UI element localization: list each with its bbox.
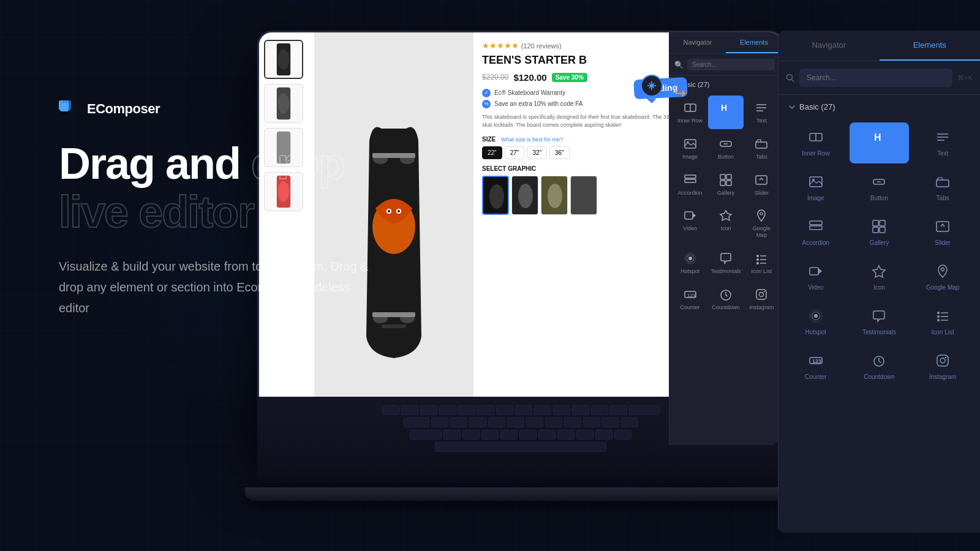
graphic-4[interactable]	[570, 176, 597, 215]
svg-marker-49	[720, 211, 731, 220]
element-heading[interactable]: H	[708, 96, 744, 129]
logo-icon	[59, 98, 81, 120]
element-testimonials[interactable]: Testimonials	[708, 246, 744, 280]
element-icon[interactable]: Icon	[708, 203, 744, 244]
element-instagram-label: Instagram	[749, 304, 774, 311]
rp-icon-list-icon	[934, 307, 951, 324]
element-icon-list[interactable]: Icon List	[746, 246, 777, 280]
graphic-3[interactable]	[541, 176, 568, 215]
panel-search-input[interactable]	[799, 69, 952, 87]
element-countdown[interactable]: Countdown	[708, 282, 744, 316]
rp-element-heading[interactable]: H	[850, 122, 910, 163]
svg-marker-88	[873, 266, 885, 277]
element-gallery[interactable]: Gallery	[708, 168, 744, 201]
rp-element-image[interactable]: Image	[786, 167, 846, 208]
rp-element-accordion[interactable]: Accordion	[786, 212, 846, 253]
rp-testimonials-icon	[870, 307, 888, 324]
svg-rect-45	[726, 181, 731, 186]
chevron-down-icon	[788, 103, 796, 111]
svg-point-64	[760, 292, 764, 296]
size-36[interactable]: 36"	[549, 146, 570, 159]
rp-element-icon[interactable]: Icon	[850, 257, 910, 298]
headline-line1-solid: Drag and	[59, 139, 240, 188]
rp-gallery-label: Gallery	[870, 239, 889, 247]
rp-button-label: Button	[870, 194, 888, 202]
svg-rect-80	[810, 226, 822, 230]
rp-element-text[interactable]: Text	[913, 122, 973, 163]
element-button-label: Button	[718, 154, 734, 160]
svg-rect-21	[382, 324, 406, 328]
save-badge: Save 30%	[552, 73, 587, 82]
size-22[interactable]: 22"	[482, 146, 502, 159]
rp-element-countdown[interactable]: Countdown	[850, 346, 910, 387]
rp-element-hotspot[interactable]: Hotspot	[786, 301, 846, 342]
rp-element-slider[interactable]: Slider	[913, 212, 973, 253]
element-counter[interactable]: 123 Counter	[674, 282, 706, 316]
size-32[interactable]: 32"	[527, 146, 547, 159]
elements-tab[interactable]: Elements	[726, 32, 782, 53]
rp-element-inner-row[interactable]: Inner Row	[786, 122, 846, 163]
svg-point-104	[945, 357, 946, 358]
element-icon-label: Icon	[720, 225, 731, 232]
svg-point-27	[548, 184, 562, 208]
rp-element-testimonials[interactable]: Testimonials	[850, 301, 910, 342]
rp-video-label: Video	[808, 283, 823, 291]
svg-rect-84	[880, 227, 885, 233]
svg-point-89	[941, 268, 944, 271]
left-content: EComposer Drag and drop live editor Visu…	[59, 98, 377, 318]
rp-countdown-label: Countdown	[864, 373, 895, 381]
element-accordion[interactable]: Accordion	[674, 168, 706, 201]
rp-element-google-map[interactable]: Google Map	[913, 257, 973, 298]
search-input[interactable]	[687, 59, 775, 70]
size-27[interactable]: 27"	[505, 146, 525, 159]
element-video[interactable]: Video	[674, 203, 706, 244]
svg-point-103	[940, 358, 945, 363]
element-instagram[interactable]: Instagram	[746, 282, 777, 316]
svg-point-50	[760, 212, 763, 215]
svg-point-93	[937, 312, 940, 314]
svg-rect-40	[685, 175, 696, 178]
elements-panel: Navigator Elements ⌘+K Basic (27) Inner …	[778, 31, 980, 533]
element-google-map[interactable]: Google Map	[746, 203, 777, 244]
rp-element-icon-list[interactable]: Icon List	[913, 301, 973, 342]
rp-element-counter[interactable]: 123 Counter	[786, 346, 846, 387]
navigator-tab[interactable]: Navigator	[669, 32, 726, 53]
rp-video-icon	[807, 263, 824, 280]
svg-point-90	[814, 314, 818, 318]
google-map-icon	[754, 208, 769, 223]
element-hotspot[interactable]: Hotspot	[674, 246, 706, 280]
price-new: $120.00	[513, 72, 546, 83]
rp-element-video[interactable]: Video	[786, 257, 846, 298]
element-video-label: Video	[683, 225, 697, 232]
elements-grid: Inner Row H	[669, 93, 782, 321]
svg-rect-43	[726, 174, 731, 179]
section-title[interactable]: Basic (27)	[778, 95, 980, 119]
rp-slider-label: Slider	[935, 239, 951, 247]
element-button[interactable]: Button	[708, 132, 744, 165]
elements-tab-outer[interactable]: Elements	[880, 31, 981, 61]
svg-point-23	[489, 184, 504, 209]
heading-icon: H	[718, 100, 733, 115]
accordion-icon	[683, 173, 698, 187]
rp-element-tabs[interactable]: Tabs	[913, 167, 973, 208]
icon-icon	[718, 208, 733, 223]
rp-element-button[interactable]: Button	[850, 167, 910, 208]
hotspot-icon	[683, 251, 698, 266]
drag-icon	[641, 75, 663, 97]
element-image[interactable]: Image	[674, 132, 706, 165]
element-tabs[interactable]: Tabs	[746, 132, 777, 165]
rp-element-instagram[interactable]: Instagram	[913, 346, 973, 387]
rp-element-gallery[interactable]: Gallery	[850, 212, 910, 253]
svg-rect-81	[873, 220, 878, 226]
element-text-label: Text	[756, 118, 767, 124]
graphic-2[interactable]	[511, 176, 538, 215]
graphic-1[interactable]	[482, 176, 509, 215]
svg-marker-87	[818, 268, 822, 274]
brand-name: EComposer	[87, 101, 160, 117]
rp-instagram-icon	[934, 352, 951, 369]
svg-rect-41	[685, 179, 696, 182]
svg-rect-85	[937, 222, 949, 231]
element-text[interactable]: Text	[746, 96, 777, 129]
element-slider[interactable]: Slider	[746, 168, 777, 201]
navigator-tab-outer[interactable]: Navigator	[778, 31, 880, 61]
